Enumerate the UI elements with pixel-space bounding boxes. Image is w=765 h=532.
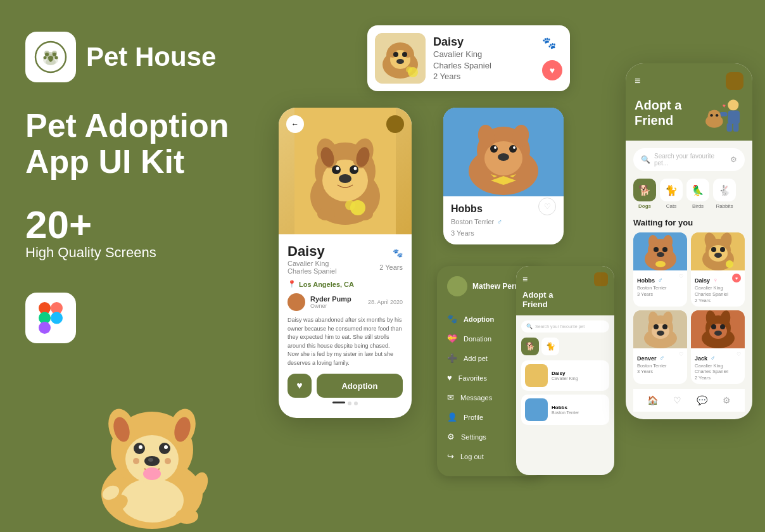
top-card-pet-name: Daisy	[433, 35, 534, 49]
logout-icon: ↪	[447, 452, 454, 461]
cats-icon-bg: 🐈	[660, 179, 683, 201]
nav-settings-icon[interactable]: ⚙	[723, 395, 731, 405]
nav-message-icon[interactable]: 💬	[697, 395, 707, 405]
headline-line1: Pet Adoption	[25, 107, 229, 144]
headline: Pet Adoption App UI Kit	[25, 108, 229, 180]
right-phone-search-bar[interactable]: 🔍 Search your favourite pet... ⚙	[633, 148, 745, 171]
svg-rect-77	[727, 123, 733, 132]
svg-point-123	[714, 331, 722, 336]
daisy-grid-heart-liked[interactable]: ♥	[732, 274, 741, 282]
svg-point-112	[654, 324, 659, 329]
phone-paw-icon: 🐾	[393, 248, 403, 258]
svg-rect-79	[719, 112, 727, 117]
hobbs-grid-heart[interactable]: ♡	[679, 274, 683, 279]
hobbs-card[interactable]: Hobbs ♡ Boston Terrier ♂ 3 Years	[443, 108, 564, 244]
add-pet-icon: ➕	[447, 353, 457, 363]
svg-point-34	[165, 458, 171, 464]
svg-point-58	[339, 174, 351, 183]
svg-point-75	[728, 99, 738, 110]
mini-cat-cats[interactable]: 🐈	[541, 338, 559, 355]
left-section: Pet House Pet Adoption App UI Kit 20+ Hi…	[25, 32, 229, 343]
pet-grid-card-daisy[interactable]: Daisy ♀ ♥ Cavalier KingCharles Spaniel 2…	[691, 232, 745, 307]
denver-grid-heart[interactable]: ♡	[679, 352, 683, 357]
daisy-grid-gender: ♀	[712, 276, 718, 284]
phone-adopt-button[interactable]: Adoption	[317, 374, 403, 398]
pet-grid: Hobbs ♂ ♡ Boston Terrier 3 Years	[633, 232, 745, 384]
sidebar-messages-label: Messages	[460, 394, 492, 402]
hobbs-pet-image	[443, 108, 564, 196]
svg-point-73	[498, 153, 509, 161]
search-placeholder: Search your favourite pet...	[654, 153, 726, 167]
svg-point-11	[51, 312, 63, 324]
phone-pet-description: Daisy was abandoned after six months by …	[288, 316, 403, 367]
hobbs-pet-age: 3 Years	[451, 229, 474, 237]
mini-cat-dogs[interactable]: 🐕	[521, 338, 539, 355]
daisy-grid-breed: Cavalier KingCharles Spaniel	[695, 285, 741, 298]
phone-favorite-button[interactable]: ♥	[288, 374, 312, 398]
phone-pet-breed: Cavalier KingCharles Spaniel	[288, 260, 337, 275]
birds-icon-bg: 🦜	[686, 179, 709, 201]
svg-point-84	[710, 114, 712, 117]
svg-point-70	[509, 145, 517, 153]
favorites-icon: ♥	[447, 373, 452, 383]
sidebar-profile-label: Profile	[464, 414, 483, 421]
pet-grid-card-hobbs[interactable]: Hobbs ♂ ♡ Boston Terrier 3 Years	[633, 232, 687, 307]
svg-point-121	[711, 324, 716, 329]
svg-point-57	[354, 167, 357, 170]
svg-point-59	[317, 208, 335, 220]
daisy-grid-age: 2 Years	[695, 298, 741, 303]
hobbs-pet-info: Hobbs ♡ Boston Terrier ♂ 3 Years	[443, 196, 564, 244]
stats: 20+ High Quality Screens	[25, 205, 229, 261]
svg-point-24	[139, 445, 142, 449]
category-dogs[interactable]: 🐕 Dogs	[633, 179, 656, 209]
hobbs-grid-name: Hobbs	[637, 277, 655, 284]
nav-favorite-icon[interactable]: ♡	[673, 395, 681, 405]
jack-grid-heart[interactable]: ♡	[737, 352, 741, 357]
hobbs-grid-image	[633, 232, 687, 270]
pet-grid-card-jack[interactable]: Jack ♂ ♡ Cavalier KingCharles Spaniel 2 …	[691, 310, 745, 384]
mini-app-title: Adopt aFriend	[522, 290, 608, 309]
stats-label: High Quality Screens	[25, 244, 229, 261]
top-card-heart-button[interactable]: ♥	[542, 60, 562, 80]
top-card-pet-breed: Cavalier KingCharles Spaniel	[433, 49, 534, 72]
category-birds[interactable]: 🦜 Birds	[686, 179, 709, 209]
category-tabs: 🐕 Dogs 🐈 Cats 🦜 Birds 🐇 Rabbits	[633, 179, 745, 209]
right-phone-bottom-nav: 🏠 ♡ 💬 ⚙	[633, 389, 745, 412]
mini-pet-hobbs[interactable]: Hobbs Boston Terrier	[521, 395, 609, 425]
right-phone-menu-bar: ≡	[635, 72, 743, 90]
cats-label: Cats	[666, 203, 676, 209]
svg-point-5	[45, 53, 49, 56]
figma-icon[interactable]	[25, 293, 76, 343]
phone-location: 📍 Los Angeles, CA	[288, 280, 403, 288]
pet-grid-card-denver[interactable]: Denver ♂ ♡ Boston Terrier 3 Years	[633, 310, 687, 384]
top-card-daisy[interactable]: Daisy Cavalier KingCharles Spaniel 2 Yea…	[367, 25, 570, 91]
denver-grid-breed: Boston Terrier	[637, 363, 683, 369]
svg-point-85	[716, 114, 718, 117]
filter-icon[interactable]: ⚙	[730, 155, 737, 164]
mini-pet-daisy[interactable]: Daisy Cavalier King	[521, 360, 609, 391]
svg-point-28	[143, 467, 161, 480]
svg-point-113	[662, 324, 667, 329]
jack-grid-gender: ♂	[710, 354, 715, 362]
mini-pet-breed-hobbs: Boston Terrier	[552, 410, 579, 415]
corgi-illustration	[76, 380, 228, 532]
jack-grid-image	[691, 310, 745, 348]
phone-back-button[interactable]: ←	[286, 115, 304, 133]
dogs-label: Dogs	[638, 203, 651, 209]
svg-rect-78	[733, 123, 739, 132]
hamburger-menu-icon[interactable]: ≡	[635, 75, 640, 87]
svg-point-54	[332, 165, 341, 174]
hobbs-heart-button[interactable]: ♡	[538, 198, 556, 215]
svg-point-16	[120, 478, 184, 522]
svg-point-92	[654, 247, 659, 252]
category-rabbits[interactable]: 🐇 Rabbits	[713, 179, 736, 209]
category-cats[interactable]: 🐈 Cats	[660, 179, 683, 209]
nav-home-icon[interactable]: 🏠	[647, 395, 658, 405]
jack-grid-info: Jack ♂ ♡ Cavalier KingCharles Spaniel 2 …	[691, 348, 745, 384]
hobbs-gender-icon: ♂	[497, 218, 502, 225]
sidebar-user-avatar	[447, 276, 467, 296]
svg-point-69	[490, 145, 498, 153]
waiting-title: Waiting for you	[633, 218, 745, 227]
dogs-icon-bg: 🐕	[633, 179, 656, 201]
mini-pet-breed-daisy: Cavalier King	[552, 376, 578, 381]
